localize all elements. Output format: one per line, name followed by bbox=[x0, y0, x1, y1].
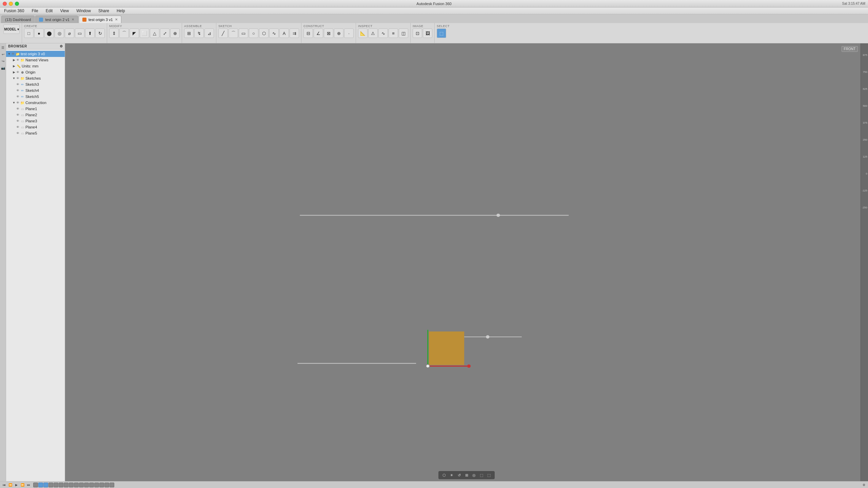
left-bar-btn2[interactable]: ↩ bbox=[0, 52, 6, 57]
minimize-button[interactable] bbox=[9, 2, 13, 6]
plane-angle-button[interactable]: ∠ bbox=[314, 28, 323, 38]
close-button[interactable] bbox=[3, 2, 7, 6]
tree-item-construction[interactable]: ▼ 👁 📁 Construction bbox=[6, 100, 65, 106]
orbit-icon[interactable]: ⬡ bbox=[441, 472, 447, 478]
tree-item-plane1[interactable]: 👁 ▭ Plane1 bbox=[6, 106, 65, 112]
cylinder-button[interactable]: ⬤ bbox=[44, 28, 54, 38]
select-box-button[interactable]: ⬚ bbox=[437, 28, 446, 38]
eye-icon-construction[interactable]: 👁 bbox=[16, 101, 19, 104]
eye-icon-plane2[interactable]: 👁 bbox=[16, 113, 19, 117]
tab-close-3[interactable]: ✕ bbox=[115, 18, 118, 21]
canvas-button[interactable]: 🖼 bbox=[423, 28, 432, 38]
timeline-step-14[interactable] bbox=[99, 483, 104, 487]
viewport[interactable]: 875 750 625 500 375 250 125 0 -125 -250 … bbox=[65, 43, 868, 481]
chamfer-button[interactable]: ◤ bbox=[130, 28, 139, 38]
eye-icon-plane3[interactable]: 👁 bbox=[16, 119, 19, 123]
eye-icon-root[interactable]: 👁 bbox=[12, 52, 15, 56]
timeline-step-16[interactable] bbox=[110, 483, 114, 487]
joint-button[interactable]: ⊞ bbox=[184, 28, 194, 38]
shell-button[interactable]: ⬜ bbox=[140, 28, 149, 38]
timeline-step-9[interactable] bbox=[74, 483, 79, 487]
midplane-button[interactable]: ⊠ bbox=[324, 28, 333, 38]
menu-fusion360[interactable]: Fusion 360 bbox=[3, 8, 25, 13]
tree-item-sketch5[interactable]: 👁 ✏ Sketch5 bbox=[6, 94, 65, 100]
combine-button[interactable]: ⊕ bbox=[170, 28, 180, 38]
zebra-button[interactable]: ≡ bbox=[389, 28, 398, 38]
fit-icon[interactable]: ◎ bbox=[471, 472, 477, 478]
dashboard-tab[interactable]: (13) Dashboard bbox=[1, 16, 35, 23]
measure-button[interactable]: 📐 bbox=[358, 28, 368, 38]
tree-toggle-sketches[interactable]: ▼ bbox=[12, 76, 16, 81]
torus-button[interactable]: ◎ bbox=[55, 28, 64, 38]
fillet-button[interactable]: ⌒ bbox=[119, 28, 129, 38]
decal-button[interactable]: ⊡ bbox=[413, 28, 422, 38]
line-button[interactable]: ╱ bbox=[218, 28, 228, 38]
timeline-step-6[interactable] bbox=[59, 483, 63, 487]
eye-icon-sketch4[interactable]: 👁 bbox=[16, 89, 19, 92]
timeline-end-btn[interactable]: ⏭ bbox=[26, 482, 31, 488]
interference-button[interactable]: ⚠ bbox=[368, 28, 378, 38]
revolve-button[interactable]: ↻ bbox=[95, 28, 105, 38]
tree-toggle-root[interactable]: ▼ bbox=[7, 52, 12, 56]
rect-button[interactable]: ▭ bbox=[239, 28, 248, 38]
timeline-step-1[interactable] bbox=[33, 483, 38, 487]
display-settings-icon[interactable]: ⬚ bbox=[486, 472, 492, 478]
tab-test-origin-2[interactable]: test origin 2 v1 ✕ bbox=[35, 16, 78, 23]
timeline-step-5[interactable] bbox=[54, 483, 58, 487]
tree-toggle-construction[interactable]: ▼ bbox=[12, 100, 16, 105]
circle-button[interactable]: ○ bbox=[249, 28, 258, 38]
timeline-step-8[interactable] bbox=[69, 483, 74, 487]
browser-settings-icon[interactable]: ⚙ bbox=[60, 44, 63, 48]
timeline-settings-btn[interactable]: ⚙ bbox=[861, 482, 867, 488]
menu-file[interactable]: File bbox=[30, 8, 39, 13]
point-button[interactable]: · bbox=[344, 28, 354, 38]
tree-item-plane2[interactable]: 👁 ▭ Plane2 bbox=[6, 112, 65, 118]
tree-toggle-origin[interactable]: ▶ bbox=[12, 70, 16, 75]
tree-item-plane4[interactable]: 👁 ▭ Plane4 bbox=[6, 124, 65, 130]
press-pull-button[interactable]: ⇕ bbox=[109, 28, 119, 38]
tab-close-2[interactable]: ✕ bbox=[72, 18, 74, 21]
timeline-step-13[interactable] bbox=[94, 483, 99, 487]
coil-button[interactable]: ⌀ bbox=[65, 28, 74, 38]
menu-window[interactable]: Window bbox=[75, 8, 92, 13]
look-at-icon[interactable]: ☀ bbox=[449, 472, 455, 478]
scale-button[interactable]: ⤢ bbox=[160, 28, 170, 38]
draft-button[interactable]: △ bbox=[150, 28, 159, 38]
tree-item-sketch3[interactable]: 👁 ✏ Sketch3 bbox=[6, 81, 65, 87]
pan-icon[interactable]: ↺ bbox=[456, 472, 462, 478]
zoom-icon[interactable]: ⊞ bbox=[463, 472, 470, 478]
tree-item-units[interactable]: ▶ 📏 Units: mm bbox=[6, 63, 65, 69]
eye-icon-sketch5[interactable]: 👁 bbox=[16, 95, 19, 98]
draft-analysis-button[interactable]: ◫ bbox=[399, 28, 408, 38]
offset-button[interactable]: ⇉ bbox=[290, 28, 299, 38]
box-button[interactable]: □ bbox=[24, 28, 34, 38]
tree-item-plane5[interactable]: 👁 ▭ Plane5 bbox=[6, 130, 65, 136]
timeline-step-7[interactable] bbox=[64, 483, 68, 487]
eye-icon-origin[interactable]: 👁 bbox=[16, 70, 19, 74]
eye-icon-named-views[interactable]: 👁 bbox=[16, 58, 19, 62]
timeline-step-3[interactable] bbox=[43, 483, 48, 487]
sphere-button[interactable]: ● bbox=[34, 28, 44, 38]
motion-button[interactable]: ↯ bbox=[194, 28, 204, 38]
timeline-step-12[interactable] bbox=[89, 483, 94, 487]
contact-button[interactable]: ⊿ bbox=[204, 28, 214, 38]
arc-button[interactable]: ⌒ bbox=[229, 28, 238, 38]
left-bar-btn1[interactable]: ☰ bbox=[0, 45, 6, 50]
tree-item-root[interactable]: ▼ 👁 📁 test origin 3 v0 bbox=[6, 51, 65, 57]
eye-icon-plane4[interactable]: 👁 bbox=[16, 125, 19, 129]
timeline-beginning-btn[interactable]: ⏮ bbox=[1, 482, 7, 488]
eye-icon-plane5[interactable]: 👁 bbox=[16, 131, 19, 135]
timeline-step-15[interactable] bbox=[104, 483, 109, 487]
tree-toggle-named-views[interactable]: ▶ bbox=[12, 58, 16, 62]
pipe-button[interactable]: ▭ bbox=[75, 28, 84, 38]
timeline-step-2[interactable] bbox=[38, 483, 43, 487]
view-options-icon[interactable]: ⬚ bbox=[478, 472, 485, 478]
timeline-forward-btn[interactable]: ⏩ bbox=[20, 482, 25, 488]
tab-test-origin-3[interactable]: test origin 3 v1 ✕ bbox=[79, 16, 121, 23]
timeline-step-10[interactable] bbox=[79, 483, 84, 487]
eye-icon-sketches[interactable]: 👁 bbox=[16, 77, 19, 80]
curvature-button[interactable]: ∿ bbox=[378, 28, 388, 38]
tree-item-plane3[interactable]: 👁 ▭ Plane3 bbox=[6, 118, 65, 124]
polygon-button[interactable]: ⬡ bbox=[259, 28, 269, 38]
menu-help[interactable]: Help bbox=[115, 8, 126, 13]
